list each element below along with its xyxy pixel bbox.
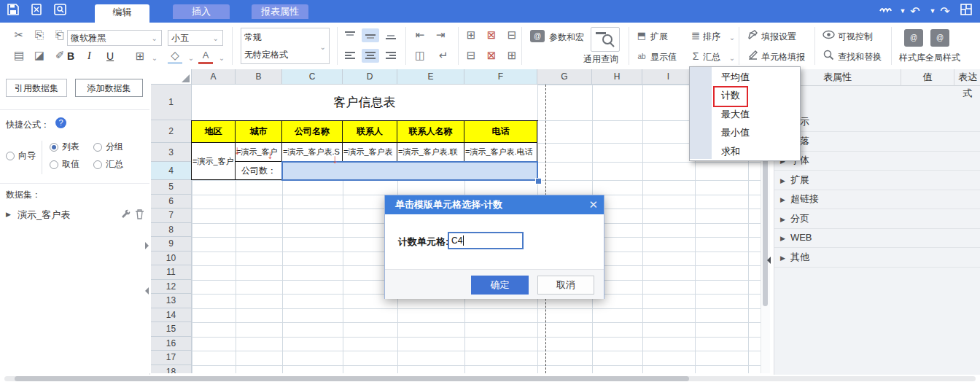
row-header-2[interactable]: 2 [151,120,192,143]
add-dataset-button[interactable]: 添加数据集 [75,79,143,97]
display-value-button[interactable]: 显示值 [650,51,677,63]
tab-编辑[interactable]: 编辑 [95,4,149,23]
clear-format-icon[interactable]: ✐ [52,49,67,62]
header-cell-城市[interactable]: 城市 [236,121,282,143]
horizontal-scrollbar-thumb[interactable] [15,376,689,381]
menu-item-平均值[interactable]: 平均值 [712,68,809,86]
cell-B3[interactable]: =演示_客户 [236,143,282,162]
row-header-13[interactable]: 13 [151,294,192,308]
dataset-item[interactable]: ▶ 演示_客户表 [0,206,149,224]
export-excel-icon[interactable] [28,3,45,20]
property-row-超链接[interactable]: ▶超链接 [774,190,980,209]
row-header-5[interactable]: 5 [151,180,192,195]
header-cell-联系人名称[interactable]: 联系人名称 [397,121,464,143]
row-header-16[interactable]: 16 [151,337,192,351]
chevron-down-icon[interactable]: ⌄ [214,52,229,65]
row-header-10[interactable]: 10 [151,252,192,266]
radio-option-汇总[interactable]: 汇总 [93,158,123,171]
expand-arrow-icon[interactable]: ▶ [780,196,785,203]
row-header-17[interactable]: 17 [151,351,192,365]
row-header-8[interactable]: 8 [151,223,192,238]
collapse-handle-icon[interactable] [145,242,149,249]
row-header-6[interactable]: 6 [151,195,192,209]
cell-A3-merged[interactable]: =演示_客户 [192,143,236,180]
cell-E3[interactable]: =演示_客户表.联 [397,143,464,162]
general-query-button[interactable]: 通用查询 [583,53,618,66]
insert-cell-icon[interactable]: ⊟ [464,49,478,62]
column-header-I[interactable]: I [642,69,695,85]
radio-circle-icon[interactable] [50,143,58,152]
column-header-A[interactable]: A [192,69,236,85]
save-icon[interactable] [4,3,22,20]
valign-top-icon[interactable] [341,28,359,42]
cell-F3[interactable]: =演示_客户表.电话 [464,143,537,162]
help-icon[interactable]: ? [55,117,66,128]
wrap-text-icon[interactable]: ↵ [436,49,451,62]
column-header-D[interactable]: D [343,69,397,85]
decrease-indent-icon[interactable]: ⇤ [413,28,427,42]
general-query-icon[interactable] [591,27,620,52]
report-title-cell[interactable]: 客户信息表 [192,85,537,120]
expand-button[interactable]: 扩展 [650,31,668,43]
align-left-icon[interactable] [341,49,359,63]
ok-button[interactable]: 确定 [471,276,529,295]
style-library-icon[interactable]: @ [904,29,923,47]
column-header-F[interactable]: F [464,69,537,85]
column-header-C[interactable]: C [282,69,343,85]
close-icon[interactable]: ✕ [588,195,598,214]
row-header-18[interactable]: 18 [151,365,192,374]
column-header-H[interactable]: H [592,69,642,85]
radio-option-分组[interactable]: 分组 [93,141,123,153]
params-macro-button[interactable]: 参数和宏 [549,31,584,44]
radio-option-取值[interactable]: 取值 [50,158,79,171]
chevron-down-icon[interactable]: ⌄ [725,52,739,65]
valign-bottom-icon[interactable] [382,28,400,42]
delete-dataset-icon[interactable] [135,209,144,222]
global-style-icon[interactable]: @ [930,29,949,47]
underline-button[interactable]: U [106,50,117,62]
borders-icon[interactable]: ⊞ [133,50,147,63]
row-header-1[interactable]: 1 [151,85,192,120]
merge-cell-icon[interactable]: ◫ [413,49,427,62]
valign-middle-icon[interactable] [362,28,379,42]
column-header-E[interactable]: E [397,69,464,85]
expand-arrow-icon[interactable]: ▶ [780,254,785,262]
tab-报表属性[interactable]: 报表属性 [252,4,308,19]
tab-插入[interactable]: 插入 [173,4,230,19]
cell-selection[interactable] [281,161,538,181]
property-row-分页[interactable]: ▶分页 [774,209,980,229]
radio-circle-icon[interactable] [93,143,102,152]
selection-handle[interactable] [535,178,542,184]
property-row-扩展[interactable]: ▶扩展 [774,171,980,190]
header-cell-电话[interactable]: 电话 [464,121,537,143]
expand-arrow-icon[interactable]: ▶ [780,216,785,223]
row-header-11[interactable]: 11 [151,265,192,280]
dataset-name[interactable]: 演示_客户表 [18,208,70,222]
copy-icon[interactable]: ⎘ [32,28,47,42]
font-size-select[interactable]: 小五 ⌄ [168,30,223,46]
fill-color-icon[interactable]: ◇ [168,49,182,64]
row-header-7[interactable]: 7 [151,208,192,223]
header-cell-联系人[interactable]: 联系人 [343,121,397,143]
panel-collapse-icon[interactable] [767,257,771,264]
sort-button[interactable]: 排序 [703,31,720,43]
expand-arrow-icon[interactable]: ▶ [6,211,11,218]
row-header-9[interactable]: 9 [151,237,192,252]
format-painter-icon[interactable]: ▤ [12,49,26,62]
format-brush-icon[interactable] [877,3,895,20]
edit-dataset-icon[interactable] [121,209,131,222]
row-header-4[interactable]: 4 [151,162,192,180]
summarize-button[interactable]: 汇总 [703,51,720,63]
menu-item-最小值[interactable]: 最小值 [712,123,809,141]
radio-circle-icon[interactable] [50,160,58,169]
header-cell-公司名称[interactable]: 公司名称 [282,121,343,143]
chevron-down-icon[interactable]: ⌄ [147,52,162,65]
cut-icon[interactable]: ✂ [12,28,26,42]
cell-B4[interactable]: 公司数： [236,162,282,180]
radio-circle-icon[interactable] [93,160,102,169]
row-header-3[interactable]: 3 [151,143,192,162]
visual-control-button[interactable]: 可视控制 [838,31,873,43]
bold-button[interactable]: B [67,50,80,62]
column-header-B[interactable]: B [236,69,282,85]
cell-fill-button[interactable]: 单元格填报 [761,51,805,63]
